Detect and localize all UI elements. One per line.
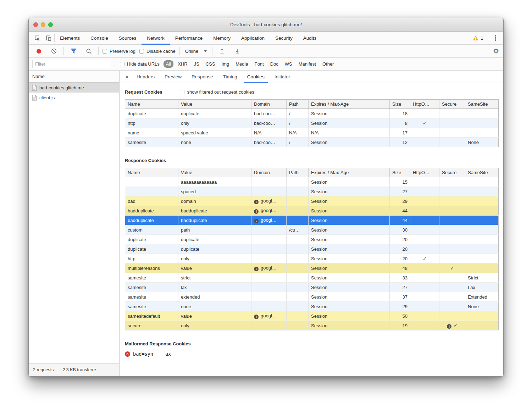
cookie-row[interactable]: samesitenoneSession29None bbox=[125, 302, 499, 311]
cookie-row[interactable]: samesitedefaultvalueigoogl…Session50 bbox=[125, 311, 499, 321]
close-window-button[interactable] bbox=[33, 22, 38, 27]
type-filter-xhr[interactable]: XHR bbox=[174, 60, 190, 68]
clear-button[interactable] bbox=[48, 48, 60, 54]
type-filter-font[interactable]: Font bbox=[251, 60, 267, 68]
cookie-row[interactable]: duplicateduplicatebad-coo…/Session18 bbox=[125, 109, 499, 118]
import-har-button[interactable] bbox=[216, 48, 228, 54]
filter-input[interactable] bbox=[32, 60, 110, 68]
request-list-header[interactable]: Name bbox=[29, 71, 119, 83]
cookie-row[interactable]: samesitelaxSession27Lax bbox=[125, 283, 499, 292]
column-header-expiresmaxage[interactable]: Expires / Max-Age bbox=[309, 100, 390, 109]
type-filter-img[interactable]: Img bbox=[218, 60, 233, 68]
tab-security[interactable]: Security bbox=[270, 32, 298, 44]
cookie-row[interactable]: namespaced valueN/AN/AN/A17 bbox=[125, 128, 499, 138]
cookie-row[interactable]: baddomainigoogl…Session29 bbox=[125, 196, 499, 206]
cell-size: 37 bbox=[390, 292, 410, 302]
show-filtered-checkbox[interactable] bbox=[180, 90, 184, 94]
request-list-item[interactable]: bad-cookies.glitch.me bbox=[29, 83, 119, 93]
cookie-row[interactable]: badduplicatebadduplicateigoogl…Session44 bbox=[125, 206, 499, 216]
tab-sources[interactable]: Sources bbox=[113, 32, 142, 44]
cookie-row[interactable]: badduplicatebadduplicateigoogl…Session44 bbox=[125, 216, 499, 225]
column-header-httpo[interactable]: HttpO… bbox=[410, 100, 439, 109]
type-filter-manifest[interactable]: Manifest bbox=[295, 60, 319, 68]
close-detail-button[interactable]: × bbox=[122, 71, 132, 83]
column-header-samesite[interactable]: SameSite bbox=[465, 100, 499, 109]
type-filter-ws[interactable]: WS bbox=[282, 60, 295, 68]
cookie-row[interactable]: duplicateduplicateSession20 bbox=[125, 244, 499, 254]
tab-elements[interactable]: Elements bbox=[55, 32, 85, 44]
column-header-secure[interactable]: Secure bbox=[439, 100, 465, 109]
tab-performance[interactable]: Performance bbox=[170, 32, 208, 44]
cell-value: path bbox=[178, 225, 251, 235]
cookie-row[interactable]: multiplereasonsvalueigoogl…Session48✓ bbox=[125, 263, 499, 273]
cell-size: 29 bbox=[390, 302, 410, 311]
type-filter-all[interactable]: All bbox=[164, 60, 173, 68]
cookie-row[interactable]: samesiteextendedSession37Extended bbox=[125, 292, 499, 302]
detail-tab-timing[interactable]: Timing bbox=[218, 71, 242, 83]
minimize-window-button[interactable] bbox=[41, 22, 45, 27]
column-header-size[interactable]: Size bbox=[390, 168, 410, 177]
cookie-row[interactable]: aaaaaaaaaaaaaaSession15 bbox=[125, 177, 499, 187]
export-har-button[interactable] bbox=[232, 48, 243, 54]
type-filter-css[interactable]: CSS bbox=[203, 60, 218, 68]
throttling-dropdown[interactable]: Online bbox=[184, 49, 209, 54]
cookie-row[interactable]: custompath/cu…Session30 bbox=[125, 225, 499, 235]
column-header-expiresmaxage[interactable]: Expires / Max-Age bbox=[309, 168, 390, 177]
inspect-element-button[interactable] bbox=[32, 32, 43, 44]
more-options-icon[interactable] bbox=[492, 35, 499, 41]
type-filter-doc[interactable]: Doc bbox=[267, 60, 282, 68]
type-filter-other[interactable]: Other bbox=[319, 60, 337, 68]
cell-domain bbox=[251, 283, 287, 292]
cookie-row[interactable]: duplicateduplicateSession20 bbox=[125, 235, 499, 244]
cookie-row[interactable]: httponlybad-coo…/Session8✓ bbox=[125, 118, 499, 128]
tab-console[interactable]: Console bbox=[85, 32, 113, 44]
cell-size: 19 bbox=[390, 321, 410, 331]
request-list-item[interactable]: client.js bbox=[29, 93, 119, 102]
tab-memory[interactable]: Memory bbox=[208, 32, 236, 44]
tab-application[interactable]: Application bbox=[236, 32, 270, 44]
record-icon bbox=[37, 49, 41, 54]
tab-audits[interactable]: Audits bbox=[298, 32, 322, 44]
request-cookies-title: Request Cookies bbox=[125, 89, 162, 95]
column-header-value[interactable]: Value bbox=[178, 168, 251, 177]
type-filter-media[interactable]: Media bbox=[232, 60, 251, 68]
search-button[interactable] bbox=[83, 48, 94, 54]
column-header-samesite[interactable]: SameSite bbox=[465, 168, 499, 177]
device-toolbar-button[interactable] bbox=[43, 32, 54, 44]
column-header-path[interactable]: Path bbox=[287, 168, 309, 177]
cell-value: domain bbox=[178, 196, 251, 206]
detail-tab-preview[interactable]: Preview bbox=[160, 71, 187, 83]
cookie-row[interactable]: spacedSession27 bbox=[125, 187, 499, 196]
cell-size: 15 bbox=[390, 177, 410, 187]
cell-size: 29 bbox=[390, 196, 410, 206]
detail-tab-initiator[interactable]: Initiator bbox=[270, 71, 295, 83]
column-header-name[interactable]: Name bbox=[125, 168, 178, 177]
cookie-row[interactable]: secureonlySession19i✓ bbox=[125, 321, 499, 331]
cookies-pane: Request Cookies show filtered out reques… bbox=[120, 83, 503, 376]
detail-tab-response[interactable]: Response bbox=[187, 71, 218, 83]
cookie-row[interactable]: samesitenonebad-coo…/Session12None bbox=[125, 138, 499, 147]
preserve-log-checkbox[interactable] bbox=[102, 49, 107, 54]
settings-gear-icon[interactable]: ⚙ bbox=[493, 48, 499, 55]
warnings-badge[interactable]: 1 bbox=[473, 35, 483, 41]
column-header-path[interactable]: Path bbox=[287, 100, 309, 109]
record-button[interactable] bbox=[33, 49, 44, 54]
column-header-domain[interactable]: Domain bbox=[251, 100, 287, 109]
detail-tab-headers[interactable]: Headers bbox=[132, 71, 160, 83]
hide-data-urls-checkbox[interactable] bbox=[120, 62, 124, 66]
title-bar: DevTools - bad-cookies.glitch.me/ bbox=[29, 18, 503, 32]
filter-toggle-button[interactable] bbox=[68, 48, 79, 54]
column-header-size[interactable]: Size bbox=[390, 100, 410, 109]
cookie-row[interactable]: samesitestrictSession33Strict bbox=[125, 273, 499, 283]
column-header-name[interactable]: Name bbox=[125, 100, 178, 109]
disable-cache-checkbox[interactable] bbox=[139, 49, 144, 54]
cookie-row[interactable]: httponlySession20✓ bbox=[125, 254, 499, 263]
column-header-value[interactable]: Value bbox=[178, 100, 251, 109]
column-header-httpo[interactable]: HttpO… bbox=[410, 168, 439, 177]
type-filter-js[interactable]: JS bbox=[191, 60, 203, 68]
column-header-domain[interactable]: Domain bbox=[251, 168, 287, 177]
column-header-secure[interactable]: Secure bbox=[439, 168, 465, 177]
zoom-window-button[interactable] bbox=[48, 22, 53, 27]
tab-network[interactable]: Network bbox=[142, 32, 170, 44]
detail-tab-cookies[interactable]: Cookies bbox=[242, 71, 270, 83]
